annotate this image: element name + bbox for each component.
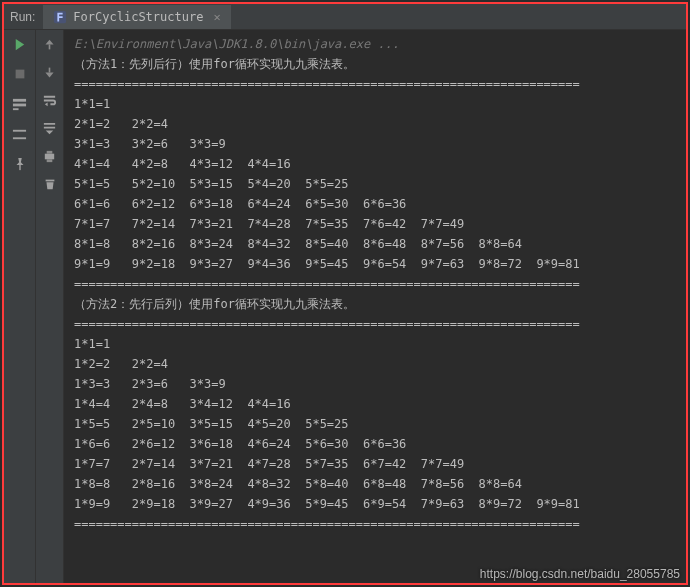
soft-wrap-icon[interactable] — [42, 92, 58, 108]
stop-icon[interactable] — [12, 66, 28, 82]
svg-rect-6 — [13, 137, 26, 139]
svg-rect-3 — [13, 103, 26, 106]
console-line: 9*1=9 9*2=18 9*3=27 9*4=36 9*5=45 9*6=54… — [74, 254, 676, 274]
body: E:\Environment\Java\JDK1.8.0\bin\java.ex… — [4, 30, 686, 583]
run-config-icon — [53, 10, 67, 24]
layout-icon[interactable] — [12, 96, 28, 112]
console-line: ========================================… — [74, 74, 676, 94]
console-line: 4*1=4 4*2=8 4*3=12 4*4=16 — [74, 154, 676, 174]
rerun-icon[interactable] — [12, 36, 28, 52]
run-tool-window: Run: ForCyclicStructure ✕ — [2, 2, 688, 585]
up-arrow-icon[interactable] — [42, 36, 58, 52]
console-line: （方法2：先行后列）使用for循环实现九九乘法表。 — [74, 294, 676, 314]
console-line: 5*1=5 5*2=10 5*3=15 5*4=20 5*5=25 — [74, 174, 676, 194]
trash-icon[interactable] — [42, 176, 58, 192]
svg-rect-8 — [49, 44, 51, 49]
console-line: 1*1=1 — [74, 334, 676, 354]
console-line: 1*8=8 2*8=16 3*8=24 4*8=32 5*8=40 6*8=48… — [74, 474, 676, 494]
console-output[interactable]: E:\Environment\Java\JDK1.8.0\bin\java.ex… — [64, 30, 686, 583]
console-line: 1*3=3 2*3=6 3*3=9 — [74, 374, 676, 394]
console-line: ========================================… — [74, 314, 676, 334]
console-line: 1*9=9 2*9=18 3*9=27 4*9=36 5*9=45 6*9=54… — [74, 494, 676, 514]
console-line: 6*1=6 6*2=12 6*3=18 6*4=24 6*5=30 6*6=36 — [74, 194, 676, 214]
console-line: ========================================… — [74, 514, 676, 534]
run-label: Run: — [4, 10, 43, 24]
svg-rect-10 — [45, 153, 54, 159]
svg-rect-1 — [15, 70, 24, 79]
tab-label: ForCyclicStructure — [73, 10, 203, 24]
print-icon[interactable] — [42, 148, 58, 164]
console-line: 1*7=7 2*7=14 3*7=21 4*7=28 5*7=35 6*7=42… — [74, 454, 676, 474]
svg-rect-2 — [13, 98, 26, 101]
console-line: （方法1：先列后行）使用for循环实现九九乘法表。 — [74, 54, 676, 74]
console-line: 7*1=7 7*2=14 7*3=21 7*4=28 7*5=35 7*6=42… — [74, 214, 676, 234]
close-icon[interactable]: ✕ — [213, 10, 220, 24]
console-line: 1*2=2 2*2=4 — [74, 354, 676, 374]
svg-rect-12 — [47, 159, 53, 162]
left-gutter-actions — [4, 30, 36, 583]
command-line: E:\Environment\Java\JDK1.8.0\bin\java.ex… — [74, 34, 676, 54]
scroll-to-end-icon[interactable] — [42, 120, 58, 136]
svg-rect-9 — [49, 67, 51, 72]
settings-divider-icon[interactable] — [12, 126, 28, 142]
svg-rect-4 — [13, 108, 19, 110]
svg-rect-7 — [19, 165, 20, 170]
console-line: 3*1=3 3*2=6 3*3=9 — [74, 134, 676, 154]
console-gutter-actions — [36, 30, 64, 583]
tab-bar: Run: ForCyclicStructure ✕ — [4, 4, 686, 30]
console-line: 8*1=8 8*2=16 8*3=24 8*4=32 8*5=40 8*6=48… — [74, 234, 676, 254]
console-line: 1*5=5 2*5=10 3*5=15 4*5=20 5*5=25 — [74, 414, 676, 434]
svg-rect-5 — [13, 129, 26, 131]
console-line: 1*1=1 — [74, 94, 676, 114]
console-line: ========================================… — [74, 274, 676, 294]
console-line: 1*6=6 2*6=12 3*6=18 4*6=24 5*6=30 6*6=36 — [74, 434, 676, 454]
tab-forcyclicstructure[interactable]: ForCyclicStructure ✕ — [43, 5, 230, 29]
console-line: 1*4=4 2*4=8 3*4=12 4*4=16 — [74, 394, 676, 414]
console-line: 2*1=2 2*2=4 — [74, 114, 676, 134]
watermark-text: https://blog.csdn.net/baidu_28055785 — [480, 567, 680, 581]
pin-icon[interactable] — [12, 156, 28, 172]
svg-rect-11 — [47, 150, 53, 153]
svg-rect-13 — [45, 180, 54, 182]
down-arrow-icon[interactable] — [42, 64, 58, 80]
